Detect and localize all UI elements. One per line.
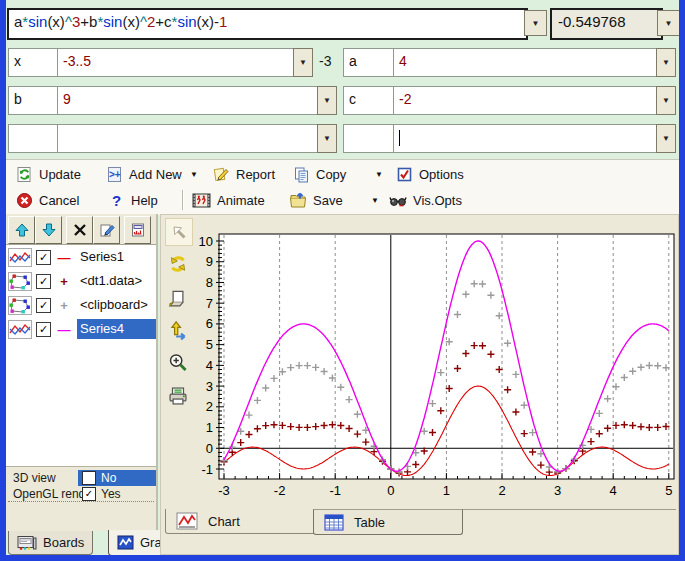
param-c-dropdown[interactable]: ▼ bbox=[656, 86, 676, 115]
view-option-checkbox[interactable] bbox=[82, 471, 96, 485]
series-visible-checkbox[interactable]: ✓ bbox=[36, 250, 51, 265]
scatter-series-icon bbox=[8, 272, 32, 291]
save-button[interactable]: Save bbox=[289, 188, 343, 212]
series-item-series4[interactable]: ✓ — Series4 bbox=[6, 317, 156, 341]
formula-input[interactable]: a*sin(x)^3+b*sin(x)^2+c*sin(x)-1 bbox=[7, 8, 528, 40]
view-option-checkbox[interactable]: ✓ bbox=[82, 487, 96, 501]
view-option-value: No bbox=[101, 471, 116, 485]
param-empty-left-name[interactable] bbox=[8, 124, 60, 153]
rotate-page-icon bbox=[167, 287, 189, 309]
series-visible-checkbox[interactable]: ✓ bbox=[36, 322, 51, 337]
copy-label: Copy bbox=[316, 167, 346, 182]
window-border-bottom bbox=[0, 555, 685, 561]
svg-text:>+: >+ bbox=[109, 169, 121, 180]
tab-chart[interactable]: Chart bbox=[165, 509, 333, 534]
cancel-label: Cancel bbox=[39, 193, 79, 208]
series-sidebar: ✓ — Series1 ✓ + <dt1.data> ✓ + <clipboar… bbox=[6, 214, 158, 530]
pointer-tool-button[interactable] bbox=[165, 218, 193, 246]
param-x-dropdown[interactable]: ▼ bbox=[293, 48, 313, 77]
add-new-dropdown-arrow[interactable]: ▼ bbox=[190, 162, 204, 186]
svg-text:-1: -1 bbox=[201, 462, 213, 477]
view-option-label: 3D view bbox=[13, 471, 56, 485]
tab-boards[interactable]: Boards bbox=[8, 531, 93, 555]
formula-dropdown-button[interactable]: ▼ bbox=[524, 10, 547, 36]
report-icon bbox=[213, 166, 230, 183]
param-empty-right-dropdown[interactable]: ▼ bbox=[656, 124, 676, 153]
refresh-icon bbox=[167, 253, 189, 275]
view-option-opengl[interactable]: OpenGL rend ✓Yes bbox=[6, 486, 156, 502]
help-button[interactable]: ? Help bbox=[108, 188, 158, 212]
edit-series-button[interactable] bbox=[93, 216, 120, 244]
copy-icon bbox=[293, 166, 310, 183]
scatter-series-icon bbox=[8, 296, 32, 315]
series-marker-swatch: + bbox=[51, 274, 77, 289]
param-b-name[interactable]: b bbox=[8, 86, 60, 115]
param-empty-right-name[interactable] bbox=[343, 124, 396, 153]
options-icon bbox=[396, 166, 413, 183]
param-x-value[interactable]: -3..5 bbox=[57, 48, 294, 77]
rotate-page-tool-button[interactable] bbox=[165, 285, 191, 311]
param-b-value[interactable]: 9 bbox=[57, 86, 318, 115]
help-icon: ? bbox=[108, 192, 125, 209]
param-c-name[interactable]: c bbox=[343, 86, 396, 115]
param-empty-left-dropdown[interactable]: ▼ bbox=[317, 124, 337, 153]
series-marker-swatch: + bbox=[51, 298, 77, 313]
svg-text:-1: -1 bbox=[329, 483, 341, 498]
refresh-tool-button[interactable] bbox=[165, 251, 191, 277]
param-a-dropdown[interactable]: ▼ bbox=[656, 48, 676, 77]
series-visible-checkbox[interactable]: ✓ bbox=[36, 274, 51, 289]
copy-data-button[interactable] bbox=[124, 216, 151, 244]
tab-boards-label: Boards bbox=[43, 535, 84, 550]
move-up-icon bbox=[14, 222, 30, 238]
move-down-button[interactable] bbox=[35, 216, 62, 244]
result-dropdown-button[interactable]: ▼ bbox=[657, 10, 680, 36]
param-empty-right-value[interactable] bbox=[393, 124, 657, 153]
param-b-dropdown[interactable]: ▼ bbox=[317, 86, 337, 115]
add-new-button[interactable]: >+ Add New bbox=[106, 162, 182, 186]
view-option-3d[interactable]: 3D view No bbox=[6, 470, 156, 486]
animate-button[interactable]: Animate bbox=[192, 188, 265, 212]
tab-chart-label: Chart bbox=[208, 514, 240, 529]
view-option-value: Yes bbox=[101, 487, 121, 501]
param-empty-left-value[interactable] bbox=[57, 124, 318, 153]
tab-table[interactable]: Table bbox=[313, 509, 463, 535]
series-label[interactable]: Series4 bbox=[77, 319, 156, 339]
svg-text:3: 3 bbox=[554, 483, 561, 498]
series-label[interactable]: <clipboard> bbox=[77, 295, 156, 315]
update-button[interactable]: Update bbox=[16, 162, 81, 186]
options-button[interactable]: Options bbox=[396, 162, 464, 186]
param-x-name[interactable]: x bbox=[8, 48, 60, 77]
series-label[interactable]: Series1 bbox=[77, 247, 156, 267]
save-icon bbox=[289, 192, 307, 209]
window-border-left bbox=[0, 0, 6, 561]
param-a-name[interactable]: a bbox=[343, 48, 396, 77]
copy-button[interactable]: Copy bbox=[293, 162, 346, 186]
main-toolbar: Update >+ Add New ▼ Report Copy ▼ Option… bbox=[6, 159, 679, 215]
move-up-button[interactable] bbox=[8, 216, 35, 244]
series-item-series1[interactable]: ✓ — Series1 bbox=[6, 245, 156, 269]
plot-area[interactable]: -1012345678910-3-2-1012345 bbox=[193, 217, 679, 509]
zoom-in-tool-button[interactable] bbox=[165, 350, 191, 376]
cancel-button[interactable]: Cancel bbox=[16, 188, 79, 212]
math-graph-window: a*sin(x)^3+b*sin(x)^2+c*sin(x)-1 ▼ -0.54… bbox=[0, 0, 685, 561]
svg-text:2: 2 bbox=[498, 483, 505, 498]
move-axes-tool-button[interactable] bbox=[165, 318, 191, 344]
series-label[interactable]: <dt1.data> bbox=[77, 271, 156, 291]
report-button[interactable]: Report bbox=[213, 162, 275, 186]
series-marker-swatch: — bbox=[51, 322, 77, 337]
help-label: Help bbox=[131, 193, 158, 208]
param-c-value[interactable]: -2 bbox=[393, 86, 657, 115]
boards-tab-icon bbox=[17, 535, 37, 551]
visopts-button[interactable]: Vis.Opts bbox=[389, 188, 462, 212]
print-tool-button[interactable] bbox=[165, 383, 191, 409]
delete-series-button[interactable] bbox=[66, 216, 93, 244]
copy-dropdown-arrow[interactable]: ▼ bbox=[375, 162, 389, 186]
series-item-clipboard[interactable]: ✓ + <clipboard> bbox=[6, 293, 156, 317]
view-option-label: OpenGL rend bbox=[13, 487, 85, 501]
param-a-value[interactable]: 4 bbox=[393, 48, 657, 77]
save-dropdown-arrow[interactable]: ▼ bbox=[371, 188, 385, 212]
series-item-dt1-data[interactable]: ✓ + <dt1.data> bbox=[6, 269, 156, 293]
window-border-right bbox=[679, 0, 685, 561]
svg-text:?: ? bbox=[112, 192, 121, 209]
series-visible-checkbox[interactable]: ✓ bbox=[36, 298, 51, 313]
